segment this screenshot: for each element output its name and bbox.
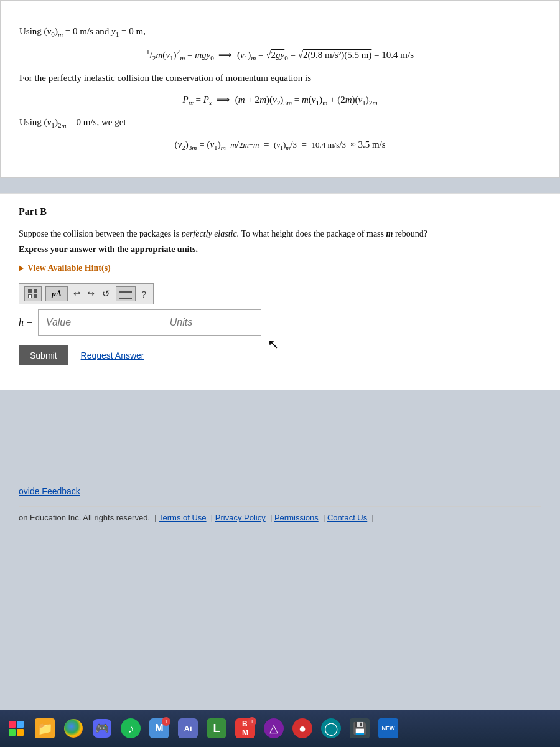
math-line-5: Using (v1)2m = 0 m/s, we get [19,114,541,131]
h-equals-label: h = [19,317,33,328]
grid-icon [28,289,38,299]
file-explorer-icon[interactable]: 📁 [31,715,58,742]
app-red-icon[interactable]: ● [289,715,316,742]
footer-links: on Education Inc. All rights reserved. |… [19,506,541,522]
answer-row: h = [19,309,541,336]
spotify-icon[interactable]: ♪ [117,715,144,742]
discord-icon[interactable]: 🎮 [88,715,116,742]
copyright-text: on Education Inc. All rights reserved. [19,513,150,522]
chrome-logo [64,719,83,738]
contact-us-link[interactable]: Contact Us [327,513,367,522]
refresh-icon[interactable]: ↺ [100,287,112,301]
app-save-icon[interactable]: 💾 [346,715,373,742]
action-row: Submit Request Answer [19,345,541,365]
express-text: Express your answer with the appropriate… [19,245,541,255]
app-l-logo: L [207,718,226,738]
request-answer-link[interactable]: Request Answer [81,350,144,360]
app-l-icon[interactable]: L [203,715,230,742]
windows-icon [9,721,24,736]
discord-logo: 🎮 [93,719,111,738]
submit-button[interactable]: Submit [19,345,68,365]
app-ai-logo: Ai [178,718,198,738]
answer-toolbar: μÅ ↩ ↪ ↺ ▬▬▬▬ ? [19,283,154,304]
app-triangle-icon[interactable]: △ [260,715,287,742]
math-line-3: For the perfectly inelastic collision th… [19,70,541,87]
math-line-6: (v2)3m = (v1)m m/2m+m = (v1)m/3 = 10.4 m… [19,136,541,154]
app-save-logo: 💾 [350,718,370,738]
math-line-4: Pix = Px ⟹ (m + 2m)(v2)3m = m(v1)m + (2m… [19,92,541,109]
undo-icon[interactable]: ↩ [72,288,82,300]
app-ring-logo: ◯ [321,718,341,738]
part-b-label: Part B [19,206,541,217]
math-line-2: 1/2m(v1)2m = mgy0 ⟹ (v1)m = √2gy0 = √2(9… [19,45,541,64]
part-b-section: Part B Suppose the collision between the… [0,193,560,390]
app-m-icon[interactable]: M 1 [146,715,173,742]
hint-triangle-icon [19,265,24,271]
app-ai-icon[interactable]: Ai [174,715,202,742]
app-new-logo: NEW [378,718,398,738]
app-triangle-logo: △ [264,718,284,738]
grid-btn[interactable] [24,286,42,301]
app-red-logo: ● [292,718,312,738]
mu-btn[interactable]: μÅ [45,286,68,301]
math-block: Using (v0)m = 0 m/s and y1 = 0 m, 1/2m(v… [19,13,541,165]
value-input[interactable] [38,309,162,336]
help-icon[interactable]: ? [139,288,148,301]
spotify-logo: ♪ [121,718,141,738]
app-bm-icon[interactable]: BM 1 [231,715,259,742]
footer-section: ovide Feedback on Education Inc. All rig… [0,479,560,529]
permissions-link[interactable]: Permissions [274,513,319,522]
app-ring-icon[interactable]: ◯ [317,715,345,742]
chrome-icon[interactable] [60,715,87,742]
app-new-icon[interactable]: NEW [375,715,402,742]
windows-start-button[interactable] [2,715,30,742]
redo-icon[interactable]: ↪ [86,288,96,300]
hint-label: View Available Hint(s) [27,263,111,273]
math-content-box: Using (v0)m = 0 m/s and y1 = 0 m, 1/2m(v… [0,0,560,178]
question-text: Suppose the collision between the packag… [19,227,541,241]
terms-link[interactable]: Terms of Use [159,513,207,522]
hint-link[interactable]: View Available Hint(s) [19,263,541,273]
app-bm-badge: 1 [248,717,256,726]
units-input[interactable] [162,309,261,336]
folder-icon: 📁 [35,718,55,738]
privacy-link[interactable]: Privacy Policy [215,513,266,522]
taskbar: 📁 🎮 ♪ M 1 Ai L BM 1 △ ● ◯ 💾 [0,710,560,747]
feedback-label: ovide Feedback [19,486,80,496]
app-m-badge: 1 [162,717,170,726]
provide-feedback-link[interactable]: ovide Feedback [19,486,80,496]
keyboard-btn[interactable]: ▬▬▬▬ [116,286,136,301]
math-line-1: Using (v0)m = 0 m/s and y1 = 0 m, [19,23,541,40]
